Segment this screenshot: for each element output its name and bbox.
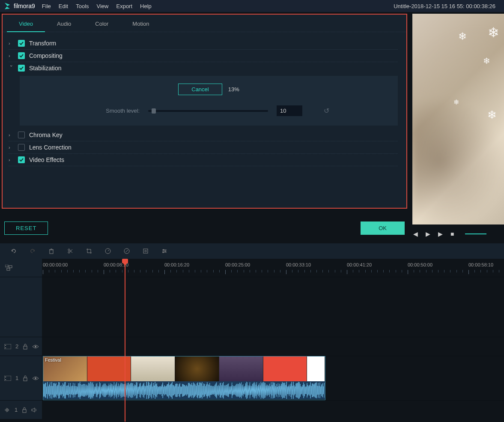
svg-rect-12	[7, 268, 10, 270]
svg-point-17	[35, 346, 36, 347]
svg-rect-23	[23, 410, 26, 413]
menu-file[interactable]: File	[42, 3, 51, 9]
speaker-icon[interactable]	[31, 407, 37, 413]
next-frame-icon[interactable]: ▶	[426, 230, 430, 237]
video-clip[interactable]: Festival	[43, 356, 325, 400]
svg-rect-18	[4, 376, 11, 381]
adjust-icon[interactable]	[161, 248, 168, 254]
chevron-right-icon[interactable]: ›	[9, 53, 15, 58]
reset-button[interactable]: RESET	[4, 221, 48, 235]
section-video-effects[interactable]: › Video Effects	[9, 154, 398, 166]
stabilization-panel: Cancel 13% Smooth level: ↺	[20, 76, 398, 126]
label-transform: Transform	[29, 40, 56, 47]
menu-export[interactable]: Export	[116, 3, 132, 9]
smooth-level-input[interactable]	[277, 105, 302, 116]
app-name: filmora9	[14, 3, 35, 9]
split-icon[interactable]	[67, 248, 74, 254]
video-track-2: 2	[0, 337, 504, 356]
ruler-time: 00:00:33:10	[286, 262, 311, 267]
chevron-right-icon[interactable]: ›	[9, 132, 15, 138]
track-manager-icon[interactable]	[0, 259, 42, 277]
ok-button[interactable]: OK	[361, 221, 405, 235]
progress-percent: 13%	[228, 86, 239, 93]
slider-thumb[interactable]	[152, 108, 156, 114]
tab-audio[interactable]: Audio	[45, 18, 83, 32]
prev-frame-icon[interactable]: ◀	[413, 230, 418, 237]
timeline-toolbar	[0, 243, 504, 259]
menu-edit[interactable]: Edit	[59, 3, 68, 9]
playhead[interactable]	[125, 259, 125, 422]
checkbox-lens-correction[interactable]	[18, 144, 25, 151]
preview-monitor: ❄ ❄ ❄ ❄ ❄	[412, 14, 504, 224]
section-lens-correction[interactable]: › Lens Correction	[9, 141, 398, 154]
svg-rect-5	[143, 249, 148, 253]
chevron-right-icon[interactable]: ›	[9, 157, 15, 162]
chevron-right-icon[interactable]: ›	[9, 41, 15, 46]
checkbox-compositing[interactable]	[18, 52, 25, 59]
lock-icon[interactable]	[22, 407, 27, 413]
smooth-level-slider[interactable]	[148, 110, 268, 112]
cancel-button[interactable]: Cancel	[178, 84, 222, 95]
snowflake-icon: ❄	[488, 24, 499, 41]
chevron-down-icon[interactable]: ›	[9, 65, 14, 71]
smooth-level-label: Smooth level:	[33, 108, 140, 114]
checkbox-transform[interactable]	[18, 40, 25, 47]
clip-thumbnail	[131, 356, 175, 381]
crop-icon[interactable]	[86, 248, 92, 254]
section-chroma-key[interactable]: › Chroma Key	[9, 129, 398, 141]
menu-tools[interactable]: Tools	[76, 3, 89, 9]
svg-rect-19	[5, 377, 6, 377]
svg-point-6	[145, 250, 146, 252]
volume-slider[interactable]	[465, 233, 486, 234]
ruler-time: 00:00:58:10	[468, 262, 493, 267]
delete-icon[interactable]	[48, 248, 55, 254]
svg-point-1	[68, 249, 70, 251]
checkbox-stabilization[interactable]	[18, 65, 25, 72]
tab-video[interactable]: Video	[7, 18, 45, 32]
clip-thumbnail	[175, 356, 219, 381]
tab-color[interactable]: Color	[83, 18, 120, 32]
audio-track-1: 1	[0, 400, 504, 419]
stop-icon[interactable]: ■	[450, 230, 454, 237]
speed-icon[interactable]	[104, 248, 111, 254]
svg-point-2	[68, 251, 70, 253]
green-screen-icon[interactable]	[142, 248, 149, 254]
undo-icon[interactable]	[10, 248, 17, 254]
section-compositing[interactable]: › Compositing	[9, 50, 398, 62]
chevron-right-icon[interactable]: ›	[9, 145, 15, 150]
eye-icon[interactable]	[32, 376, 39, 380]
ruler-time: 00:00:25:00	[225, 262, 250, 267]
clip-label: Festival	[45, 357, 61, 362]
clip-thumbnail	[263, 356, 307, 381]
snowflake-icon: ❄	[487, 108, 497, 122]
checkbox-video-effects[interactable]	[18, 156, 25, 163]
redo-icon[interactable]	[29, 248, 36, 254]
lock-icon[interactable]	[23, 344, 28, 350]
menu-view[interactable]: View	[97, 3, 109, 9]
track-number: 1	[15, 375, 18, 381]
section-stabilization[interactable]: › Stabilization	[9, 62, 398, 74]
tab-motion[interactable]: Motion	[120, 18, 161, 32]
reset-value-icon[interactable]: ↺	[324, 107, 329, 115]
checkbox-chroma-key[interactable]	[18, 132, 25, 138]
svg-rect-20	[5, 379, 6, 380]
label-chroma-key: Chroma Key	[29, 132, 63, 138]
label-video-effects: Video Effects	[29, 156, 64, 163]
video-track-icon	[4, 376, 11, 381]
eye-icon[interactable]	[32, 344, 39, 349]
color-icon[interactable]	[123, 248, 130, 254]
timeline-ruler[interactable]: 00:00:00:0000:00:08:1000:00:16:2000:00:2…	[42, 259, 504, 277]
menu-help[interactable]: Help	[140, 3, 152, 9]
svg-rect-14	[5, 345, 6, 346]
svg-point-8	[165, 251, 166, 252]
snowflake-icon: ❄	[483, 56, 490, 66]
svg-point-22	[35, 377, 36, 379]
svg-rect-13	[4, 344, 11, 349]
play-icon[interactable]: ▶	[438, 230, 443, 237]
label-compositing: Compositing	[29, 52, 63, 59]
svg-rect-11	[9, 266, 12, 268]
clip-thumbnail	[219, 356, 263, 381]
svg-rect-21	[24, 378, 27, 381]
lock-icon[interactable]	[23, 375, 28, 381]
section-transform[interactable]: › Transform	[9, 37, 398, 50]
